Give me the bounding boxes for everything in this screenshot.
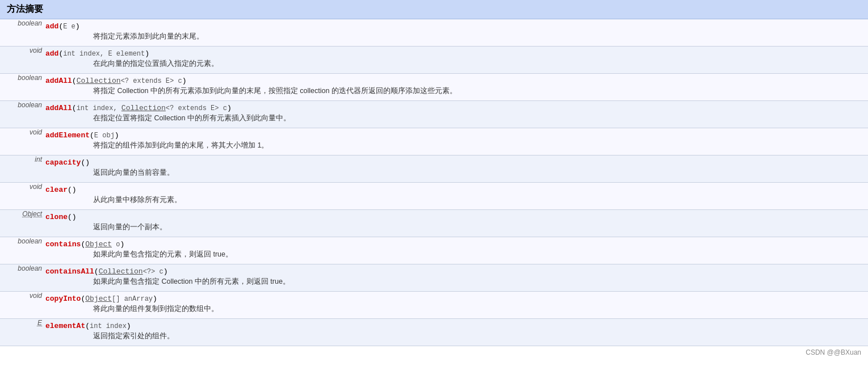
method-desc-row: 将指定元素添加到此向量的末尾。: [0, 31, 868, 47]
section-title: 方法摘要: [7, 4, 43, 14]
method-desc-row: 返回此向量的当前容量。: [0, 167, 868, 183]
method-sig-row: booleanadd(E e): [0, 19, 868, 31]
method-link[interactable]: clear: [45, 186, 68, 194]
method-desc-row: 在此向量的指定位置插入指定的元素。: [0, 58, 868, 74]
watermark: CSDN @@BXuan: [0, 346, 868, 359]
method-sig-row: booleanaddAll(int index, Collection<? ex…: [0, 101, 868, 113]
method-sig-row: Objectclone(): [0, 210, 868, 222]
method-description: 返回向量的一个副本。: [45, 221, 868, 237]
method-desc-row: 如果此向量包含指定的元素，则返回 true。: [0, 249, 868, 264]
method-sig-row: intcapacity(): [0, 155, 868, 167]
method-link[interactable]: addAll: [45, 104, 72, 112]
method-sig-row: booleancontainsAll(Collection<?> c): [0, 264, 868, 276]
method-link[interactable]: addAll: [45, 77, 72, 85]
method-table: booleanadd(E e)将指定元素添加到此向量的末尾。voidadd(in…: [0, 19, 868, 346]
method-desc-row: 从此向量中移除所有元素。: [0, 194, 868, 210]
page-wrapper: 方法摘要 booleanadd(E e)将指定元素添加到此向量的末尾。voida…: [0, 0, 868, 391]
method-desc-row: 如果此向量包含指定 Collection 中的所有元素，则返回 true。: [0, 276, 868, 292]
method-link[interactable]: copyInto: [45, 295, 81, 303]
method-link[interactable]: addElement: [45, 131, 90, 140]
method-sig-row: EelementAt(int index): [0, 319, 868, 331]
method-sig-row: voidclear(): [0, 183, 868, 195]
method-description: 将指定元素添加到此向量的末尾。: [45, 31, 868, 47]
method-link[interactable]: containsAll: [45, 267, 94, 276]
method-sig-row: booleanaddAll(Collection<? extends E> c): [0, 74, 868, 86]
method-description: 返回指定索引处的组件。: [45, 330, 868, 346]
method-desc-row: 将指定 Collection 中的所有元素添加到此向量的末尾，按照指定 coll…: [0, 85, 868, 101]
method-description: 将指定的组件添加到此向量的末尾，将其大小增加 1。: [45, 140, 868, 155]
method-description: 在指定位置将指定 Collection 中的所有元素插入到此向量中。: [45, 112, 868, 128]
method-link[interactable]: clone: [45, 213, 68, 221]
method-desc-row: 返回指定索引处的组件。: [0, 330, 868, 346]
method-description: 从此向量中移除所有元素。: [45, 194, 868, 210]
method-link[interactable]: capacity: [45, 158, 81, 167]
method-link[interactable]: elementAt: [45, 322, 85, 330]
method-link[interactable]: contains: [45, 240, 81, 249]
method-sig-row: voidaddElement(E obj): [0, 128, 868, 140]
method-desc-row: 返回向量的一个副本。: [0, 221, 868, 237]
method-description: 返回此向量的当前容量。: [45, 167, 868, 183]
method-description: 如果此向量包含指定 Collection 中的所有元素，则返回 true。: [45, 276, 868, 292]
section-header: 方法摘要: [0, 0, 868, 19]
method-desc-row: 将此向量的组件复制到指定的数组中。: [0, 303, 868, 319]
method-link[interactable]: add: [45, 22, 58, 31]
method-sig-row: booleancontains(Object o): [0, 237, 868, 249]
method-description: 如果此向量包含指定的元素，则返回 true。: [45, 249, 868, 264]
method-sig-row: voidcopyInto(Object[] anArray): [0, 292, 868, 304]
method-description: 在此向量的指定位置插入指定的元素。: [45, 58, 868, 74]
method-sig-row: voidadd(int index, E element): [0, 47, 868, 58]
method-desc-row: 在指定位置将指定 Collection 中的所有元素插入到此向量中。: [0, 112, 868, 128]
method-description: 将此向量的组件复制到指定的数组中。: [45, 303, 868, 319]
method-desc-row: 将指定的组件添加到此向量的末尾，将其大小增加 1。: [0, 140, 868, 155]
method-link[interactable]: add: [45, 49, 58, 58]
method-description: 将指定 Collection 中的所有元素添加到此向量的末尾，按照指定 coll…: [45, 85, 868, 101]
